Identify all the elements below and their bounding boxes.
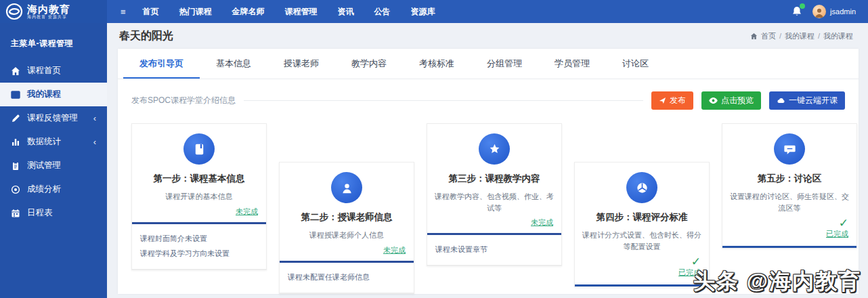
book-icon (183, 133, 215, 165)
step-notice: 课程未配置任课老师信息 (280, 261, 414, 293)
sidebar-item-data-statistics[interactable]: 数据统计 ‹ (0, 130, 107, 154)
logo-subtitle: 海内教育 资源共享 (27, 15, 70, 19)
tab-student-management[interactable]: 学员管理 (538, 49, 606, 79)
nav-item-resources[interactable]: 资源库 (402, 0, 444, 23)
notice-line: 课程封面简介未设置 (140, 231, 258, 246)
tab-discussion[interactable]: 讨论区 (606, 49, 665, 79)
nav-item-news[interactable]: 资讯 (329, 0, 363, 23)
star-icon (479, 133, 510, 165)
logo-icon (5, 3, 23, 20)
cloud-start-button[interactable]: 一键云端开课 (769, 91, 845, 110)
breadcrumb-current[interactable]: 我的课程 (823, 31, 853, 41)
nav-item-announcements[interactable]: 公告 (366, 0, 399, 23)
hamburger-icon[interactable]: ≡ (115, 7, 131, 17)
page-title: 春天的阳光 (119, 29, 173, 43)
sidebar-item-label: 日程表 (27, 207, 53, 219)
step-title: 第一步：课程基本信息 (132, 173, 266, 185)
sidebar-item-label: 成绩分析 (27, 184, 61, 195)
cloud-icon (777, 98, 785, 104)
breadcrumb-my-courses[interactable]: 我的课程 (785, 31, 815, 41)
user-menu[interactable]: jsadmin (812, 5, 856, 18)
publish-button[interactable]: 发布 (651, 91, 693, 110)
sidebar-item-label: 课程首页 (27, 65, 61, 77)
incomplete-link[interactable]: 未完成 (531, 217, 553, 228)
avatar (812, 5, 826, 18)
cloud-start-button-label: 一键云端开课 (789, 95, 838, 106)
nav-item-top-teachers[interactable]: 金牌名师 (223, 0, 274, 23)
nav-item-home[interactable]: 首页 (134, 0, 168, 23)
sidebar-item-schedule[interactable]: 日程表 (0, 201, 107, 225)
sidebar-item-label: 测试管理 (27, 160, 61, 171)
notice-line: 课程学科及学习方向未设置 (140, 246, 258, 261)
complete-bar (722, 246, 856, 248)
step-subtitle: 课程计分方式设置、包含时长、得分等配置设置 (575, 230, 709, 252)
step-subtitle: 课程授课老师个人信息 (280, 230, 414, 241)
logo[interactable]: 海内教育 海内教育 资源共享 (0, 0, 107, 23)
notice-line: 课程未设置章节 (435, 242, 553, 257)
chat-icon (774, 133, 805, 165)
check-icon: ✓ (691, 256, 701, 268)
user-icon (331, 172, 362, 203)
divider (244, 100, 643, 101)
step-title: 第四步：课程评分标准 (575, 211, 709, 224)
preview-button[interactable]: 点击预览 (701, 91, 761, 110)
notice-line: 课程未配置任课老师信息 (288, 270, 406, 284)
sidebar-item-my-courses[interactable]: 我的课程 (0, 83, 107, 106)
logo-title: 海内教育 (27, 4, 70, 15)
clipboard-icon (11, 161, 20, 171)
step-card-5: 第五步：讨论区 设置课程的讨论区、师生答疑区、交流区等 ✓ 已完成 (722, 123, 857, 249)
toolbar-info-text: 发布SPOC课程学堂介绍信息 (131, 95, 236, 106)
chevron-left-icon: ‹ (93, 113, 96, 123)
nav-item-hot-courses[interactable]: 热门课程 (171, 0, 221, 23)
tab-assessment-criteria[interactable]: 考核标准 (403, 49, 471, 79)
page-header: 春天的阳光 首页 / 我的课程 / 我的课程 (107, 23, 868, 49)
notification-badge (800, 3, 805, 9)
step-title: 第三步：课程教学内容 (427, 173, 561, 185)
target-icon (11, 185, 20, 194)
chart-icon (11, 137, 20, 147)
chevron-left-icon: ‹ (93, 137, 96, 147)
sidebar-item-course-home[interactable]: 课程首页 (0, 59, 107, 83)
nav-item-course-management[interactable]: 课程管理 (276, 0, 326, 23)
sidebar-item-test-management[interactable]: 测试管理 (0, 154, 107, 177)
check-icon: ✓ (839, 217, 848, 229)
breadcrumb-home[interactable]: 首页 (761, 31, 776, 41)
step-notice: 课程未设置章节 (427, 233, 561, 265)
breadcrumb-separator: / (779, 32, 781, 40)
username: jsadmin (830, 7, 856, 16)
home-icon (11, 66, 20, 76)
incomplete-link[interactable]: 未完成 (383, 245, 406, 255)
breadcrumb: 首页 / 我的课程 / 我的课程 (750, 31, 853, 41)
incomplete-link[interactable]: 未完成 (236, 207, 258, 217)
step-title: 第五步：讨论区 (722, 173, 856, 185)
sidebar: 主菜单-课程管理 课程首页 我的课程 课程反馈管理 ‹ 数据统计 ‹ (0, 23, 107, 298)
watermark: 头条 @海内教育 (693, 267, 861, 297)
tab-bar: 发布引导页 基本信息 授课老师 教学内容 考核标准 分组管理 学员管理 讨论区 (118, 49, 859, 79)
main-content: 春天的阳光 首页 / 我的课程 / 我的课程 发布引导页 基本信息 授课老师 教… (107, 23, 868, 298)
course-panel: 发布引导页 基本信息 授课老师 教学内容 考核标准 分组管理 学员管理 讨论区 … (118, 49, 859, 294)
home-icon (750, 33, 758, 40)
sidebar-item-label: 我的课程 (27, 89, 61, 100)
book-icon (11, 90, 20, 100)
step-subtitle: 课程教学内容、包含视频、作业、考试等 (427, 191, 561, 213)
tab-basic-info[interactable]: 基本信息 (200, 49, 267, 79)
step-subtitle: 设置课程的讨论区、师生答疑区、交流区等 (722, 191, 856, 213)
tab-publish-guide[interactable]: 发布引导页 (123, 49, 200, 79)
tab-teaching-content[interactable]: 教学内容 (335, 49, 403, 79)
step-notice: 课程封面简介未设置 课程学科及学习方向未设置 (132, 222, 266, 270)
tab-group-management[interactable]: 分组管理 (471, 49, 538, 79)
sidebar-header: 主菜单-课程管理 (0, 33, 107, 59)
sidebar-item-feedback-management[interactable]: 课程反馈管理 ‹ (0, 106, 107, 130)
complete-bar (575, 284, 709, 286)
complete-link[interactable]: 已完成 (826, 229, 848, 239)
calendar-icon (11, 209, 20, 218)
publish-button-label: 发布 (670, 95, 686, 106)
step-subtitle: 课程开课的基本信息 (132, 191, 266, 203)
cube-icon (626, 172, 657, 203)
bell-icon[interactable] (791, 5, 803, 18)
breadcrumb-separator: / (818, 32, 820, 40)
sidebar-item-grade-analysis[interactable]: 成绩分析 (0, 177, 107, 201)
send-icon (659, 97, 666, 104)
tab-instructors[interactable]: 授课老师 (267, 49, 335, 79)
top-navbar: 海内教育 海内教育 资源共享 ≡ 首页 热门课程 金牌名师 课程管理 资讯 公告… (0, 0, 868, 23)
